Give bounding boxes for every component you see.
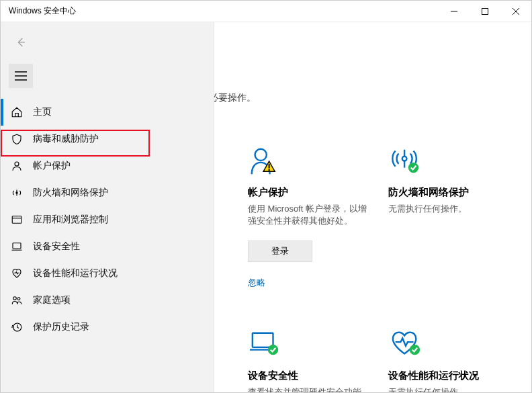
svg-point-8 <box>15 162 19 166</box>
sidebar-item-firewall[interactable]: 防火墙和网络保护 <box>1 179 214 206</box>
window-title: Windows 安全中心 <box>9 5 439 17</box>
card-device-security[interactable]: 设备安全性 查看状态并管理硬件安全功能。 <box>248 326 371 392</box>
card-title: 设备安全性 <box>248 369 371 382</box>
sidebar: 主页 病毒和威胁防护 帐户保护 <box>1 22 214 392</box>
svg-point-21 <box>402 157 407 161</box>
shield-icon <box>10 133 24 145</box>
sidebar-item-label: 设备性能和运行状况 <box>33 267 118 279</box>
sidebar-item-label: 防火墙和网络保护 <box>33 187 108 199</box>
signin-button[interactable]: 登录 <box>248 241 312 262</box>
card-title: 设备性能和运行状况 <box>388 369 511 382</box>
sidebar-item-label: 家庭选项 <box>33 294 71 306</box>
sidebar-top <box>1 22 214 99</box>
home-icon <box>10 106 24 118</box>
close-button[interactable] <box>500 1 531 22</box>
card-title: 帐户保护 <box>248 186 371 199</box>
wifi-icon <box>10 187 24 199</box>
sidebar-item-account[interactable]: 帐户保护 <box>1 152 214 179</box>
card-desc: 查看状态并管理硬件安全功能。 <box>248 386 371 392</box>
sidebar-item-label: 病毒和威胁防护 <box>33 133 99 145</box>
svg-rect-12 <box>13 243 21 249</box>
svg-point-15 <box>17 298 20 300</box>
svg-point-9 <box>16 192 17 193</box>
card-account-icon <box>248 143 371 177</box>
card-firewall[interactable]: 防火墙和网络保护 无需执行任何操作。 <box>388 143 511 289</box>
card-desc: 无需执行任何操作。 <box>388 386 511 392</box>
browser-icon <box>10 214 24 226</box>
maximize-button[interactable] <box>470 1 500 22</box>
sidebar-item-label: 保护历史记录 <box>33 321 89 333</box>
sidebar-list: 主页 病毒和威胁防护 帐户保护 <box>1 99 214 341</box>
svg-point-14 <box>13 297 17 300</box>
minimize-button[interactable] <box>439 1 470 22</box>
card-account[interactable]: 帐户保护 使用 Microsoft 帐户登录，以增强安全性并获得其他好处。 登录… <box>248 143 371 289</box>
back-button[interactable] <box>9 33 33 52</box>
sidebar-item-app-browser[interactable]: 应用和浏览器控制 <box>1 206 214 233</box>
heart-icon <box>10 267 24 279</box>
sidebar-item-label: 帐户保护 <box>33 160 71 172</box>
card-firewall-icon <box>388 143 511 177</box>
titlebar: Windows 安全中心 <box>1 1 531 22</box>
sidebar-item-label: 应用和浏览器控制 <box>33 214 108 226</box>
svg-point-22 <box>408 163 418 173</box>
svg-point-19 <box>268 169 269 171</box>
sidebar-item-device-security[interactable]: 设备安全性 <box>1 233 214 260</box>
card-desc: 使用 Microsoft 帐户登录，以增强安全性并获得其他好处。 <box>248 203 371 227</box>
app-window: Windows 安全中心 必要操作。 <box>0 0 532 393</box>
dismiss-link[interactable]: 忽略 <box>248 277 265 289</box>
svg-rect-10 <box>12 216 21 224</box>
sidebar-item-family[interactable]: 家庭选项 <box>1 287 214 314</box>
family-icon <box>10 294 24 306</box>
sidebar-item-history[interactable]: 保护历史记录 <box>1 314 214 341</box>
hamburger-button[interactable] <box>9 64 33 88</box>
user-icon <box>10 160 24 172</box>
device-icon <box>10 241 24 253</box>
svg-point-25 <box>268 345 278 355</box>
history-icon <box>10 321 24 333</box>
card-device-health[interactable]: 设备性能和运行状况 无需执行任何操作。 <box>388 326 511 392</box>
svg-point-17 <box>255 149 267 161</box>
svg-rect-1 <box>482 8 488 14</box>
sidebar-item-virus[interactable]: 病毒和威胁防护 <box>1 126 214 152</box>
cards-row-1: 帐户保护 使用 Microsoft 帐户登录，以增强安全性并获得其他好处。 登录… <box>234 143 511 289</box>
sidebar-item-home[interactable]: 主页 <box>1 99 214 126</box>
window-body: 必要操作。 主页 <box>1 22 531 392</box>
cards-row-2: 设备安全性 查看状态并管理硬件安全功能。 设备性能和运行状况 无需执 <box>234 326 511 392</box>
card-health-icon <box>388 326 511 360</box>
card-desc: 无需执行任何操作。 <box>388 203 511 215</box>
svg-rect-23 <box>253 333 273 347</box>
card-device-icon <box>248 326 371 360</box>
card-title: 防火墙和网络保护 <box>388 186 511 199</box>
sidebar-item-label: 设备安全性 <box>33 241 80 253</box>
content-area: 帐户保护 使用 Microsoft 帐户登录，以增强安全性并获得其他好处。 登录… <box>214 22 531 392</box>
svg-point-26 <box>410 345 420 355</box>
sidebar-item-device-health[interactable]: 设备性能和运行状况 <box>1 260 214 287</box>
sidebar-item-label: 主页 <box>33 106 52 118</box>
